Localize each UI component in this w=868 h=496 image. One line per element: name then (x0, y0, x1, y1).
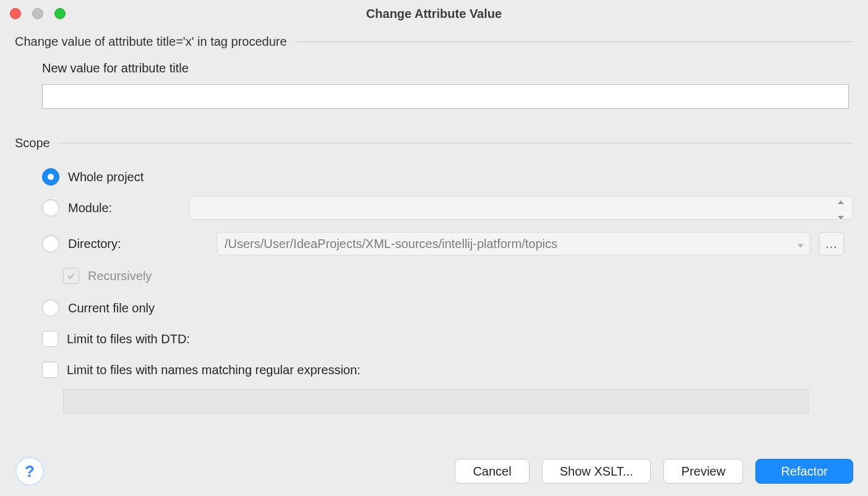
titlebar: Change Attribute Value (0, 0, 868, 27)
stepper-icon (838, 193, 848, 223)
cancel-button[interactable]: Cancel (455, 459, 529, 484)
window-title: Change Attribute Value (0, 7, 868, 21)
new-value-label: New value for attribute title (42, 61, 853, 75)
checkbox-limit-regex-label: Limit to files with names matching regul… (67, 363, 361, 377)
radio-current-file-label: Current file only (68, 301, 155, 315)
show-xslt-label: Show XSLT... (560, 464, 634, 479)
section-scope: Scope (15, 136, 853, 150)
new-value-input[interactable] (42, 84, 849, 109)
help-button[interactable]: ? (15, 456, 45, 486)
chevron-down-icon (838, 208, 848, 223)
cancel-label: Cancel (473, 464, 511, 479)
section-title: Change value of attribute title='x' in t… (15, 35, 287, 49)
refactor-label: Refactor (781, 464, 828, 479)
scope-title: Scope (15, 136, 50, 150)
directory-combobox[interactable]: /Users/User/IdeaProjects/XML-sources/int… (217, 232, 810, 255)
checkbox-recursively (63, 268, 79, 284)
check-icon (66, 271, 76, 281)
checkbox-limit-regex[interactable] (42, 362, 58, 378)
radio-whole-project[interactable] (42, 168, 59, 186)
directory-value: /Users/User/IdeaProjects/XML-sources/int… (225, 237, 557, 251)
refactor-button[interactable]: Refactor (755, 459, 853, 484)
checkbox-recursively-label: Recursively (88, 269, 152, 283)
browse-label: ... (825, 237, 838, 251)
module-combobox[interactable] (189, 196, 853, 220)
radio-directory-label: Directory: (68, 237, 217, 251)
preview-button[interactable]: Preview (663, 459, 743, 484)
chevron-down-icon (797, 237, 804, 251)
preview-label: Preview (681, 464, 725, 479)
browse-button[interactable]: ... (819, 232, 844, 255)
radio-directory[interactable] (42, 235, 59, 252)
regex-input (63, 389, 809, 414)
divider (58, 143, 853, 143)
chevron-up-icon (838, 193, 848, 207)
radio-current-file[interactable] (42, 299, 59, 317)
show-xslt-button[interactable]: Show XSLT... (542, 459, 651, 484)
checkbox-limit-dtd[interactable] (42, 331, 58, 347)
help-icon: ? (25, 462, 35, 481)
checkbox-limit-dtd-label: Limit to files with DTD: (67, 332, 190, 346)
radio-module[interactable] (42, 199, 59, 216)
radio-module-label: Module: (68, 201, 189, 215)
radio-whole-project-label: Whole project (68, 170, 144, 184)
section-change-value: Change value of attribute title='x' in t… (15, 35, 853, 49)
divider (294, 41, 853, 42)
